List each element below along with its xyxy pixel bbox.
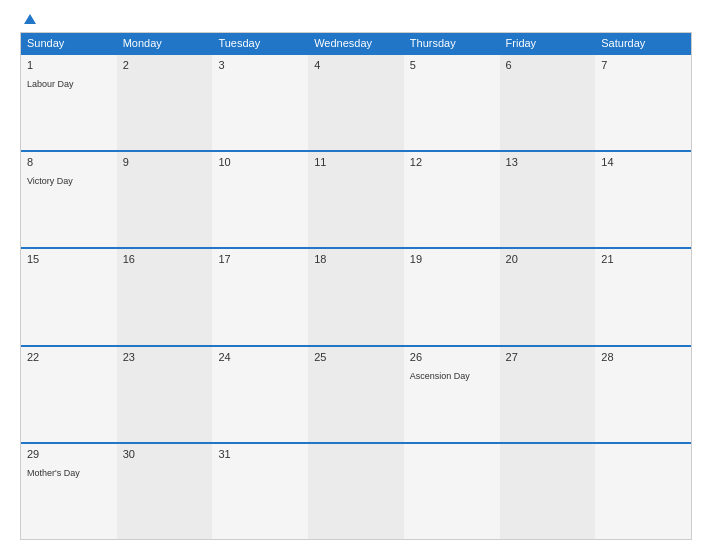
day-number: 24 xyxy=(218,351,302,363)
day-header-friday: Friday xyxy=(500,33,596,53)
day-number: 22 xyxy=(27,351,111,363)
day-header-wednesday: Wednesday xyxy=(308,33,404,53)
day-number: 17 xyxy=(218,253,302,265)
day-number: 5 xyxy=(410,59,494,71)
day-cell: 25 xyxy=(308,347,404,442)
day-cell: 16 xyxy=(117,249,213,344)
day-cell: 24 xyxy=(212,347,308,442)
day-cell: 3 xyxy=(212,55,308,150)
day-cell: 31 xyxy=(212,444,308,539)
day-number: 8 xyxy=(27,156,111,168)
week-row-4: 2223242526Ascension Day2728 xyxy=(21,345,691,442)
day-number: 13 xyxy=(506,156,590,168)
logo-triangle-icon xyxy=(24,14,36,24)
day-number: 28 xyxy=(601,351,685,363)
day-number: 6 xyxy=(506,59,590,71)
day-number: 9 xyxy=(123,156,207,168)
day-cell: 9 xyxy=(117,152,213,247)
day-cell: 4 xyxy=(308,55,404,150)
day-cell xyxy=(595,444,691,539)
day-cell: 10 xyxy=(212,152,308,247)
day-cell: 22 xyxy=(21,347,117,442)
day-header-thursday: Thursday xyxy=(404,33,500,53)
day-cell: 12 xyxy=(404,152,500,247)
week-row-3: 15161718192021 xyxy=(21,247,691,344)
day-number: 29 xyxy=(27,448,111,460)
day-number: 19 xyxy=(410,253,494,265)
day-cell: 23 xyxy=(117,347,213,442)
day-cell: 14 xyxy=(595,152,691,247)
day-number: 21 xyxy=(601,253,685,265)
day-number: 16 xyxy=(123,253,207,265)
day-number: 11 xyxy=(314,156,398,168)
day-event: Ascension Day xyxy=(410,371,470,381)
day-cell xyxy=(500,444,596,539)
day-number: 12 xyxy=(410,156,494,168)
day-cell: 17 xyxy=(212,249,308,344)
day-number: 27 xyxy=(506,351,590,363)
day-cell: 30 xyxy=(117,444,213,539)
day-cell: 5 xyxy=(404,55,500,150)
day-event: Victory Day xyxy=(27,176,73,186)
day-number: 4 xyxy=(314,59,398,71)
week-row-1: 1Labour Day234567 xyxy=(21,53,691,150)
day-cell: 26Ascension Day xyxy=(404,347,500,442)
day-cell xyxy=(308,444,404,539)
day-cell: 7 xyxy=(595,55,691,150)
page: SundayMondayTuesdayWednesdayThursdayFrid… xyxy=(0,0,712,550)
day-cell: 18 xyxy=(308,249,404,344)
day-number: 7 xyxy=(601,59,685,71)
day-number: 10 xyxy=(218,156,302,168)
week-row-5: 29Mother's Day3031 xyxy=(21,442,691,539)
day-cell: 29Mother's Day xyxy=(21,444,117,539)
day-cell: 19 xyxy=(404,249,500,344)
day-header-saturday: Saturday xyxy=(595,33,691,53)
day-number: 18 xyxy=(314,253,398,265)
day-number: 14 xyxy=(601,156,685,168)
day-number: 23 xyxy=(123,351,207,363)
day-cell: 11 xyxy=(308,152,404,247)
day-number: 3 xyxy=(218,59,302,71)
day-number: 31 xyxy=(218,448,302,460)
header xyxy=(20,16,692,24)
day-number: 2 xyxy=(123,59,207,71)
day-cell xyxy=(404,444,500,539)
day-header-tuesday: Tuesday xyxy=(212,33,308,53)
day-cell: 1Labour Day xyxy=(21,55,117,150)
day-cell: 13 xyxy=(500,152,596,247)
day-cell: 27 xyxy=(500,347,596,442)
day-cell: 15 xyxy=(21,249,117,344)
day-number: 26 xyxy=(410,351,494,363)
calendar: SundayMondayTuesdayWednesdayThursdayFrid… xyxy=(20,32,692,540)
week-row-2: 8Victory Day91011121314 xyxy=(21,150,691,247)
day-number: 20 xyxy=(506,253,590,265)
day-cell: 21 xyxy=(595,249,691,344)
day-cell: 2 xyxy=(117,55,213,150)
weeks: 1Labour Day2345678Victory Day91011121314… xyxy=(21,53,691,539)
day-number: 25 xyxy=(314,351,398,363)
day-cell: 6 xyxy=(500,55,596,150)
day-header-monday: Monday xyxy=(117,33,213,53)
day-cell: 28 xyxy=(595,347,691,442)
day-cell: 20 xyxy=(500,249,596,344)
day-event: Labour Day xyxy=(27,79,74,89)
day-number: 15 xyxy=(27,253,111,265)
day-cell: 8Victory Day xyxy=(21,152,117,247)
day-number: 30 xyxy=(123,448,207,460)
day-event: Mother's Day xyxy=(27,468,80,478)
day-header-sunday: Sunday xyxy=(21,33,117,53)
logo xyxy=(20,16,36,24)
day-number: 1 xyxy=(27,59,111,71)
day-headers: SundayMondayTuesdayWednesdayThursdayFrid… xyxy=(21,33,691,53)
